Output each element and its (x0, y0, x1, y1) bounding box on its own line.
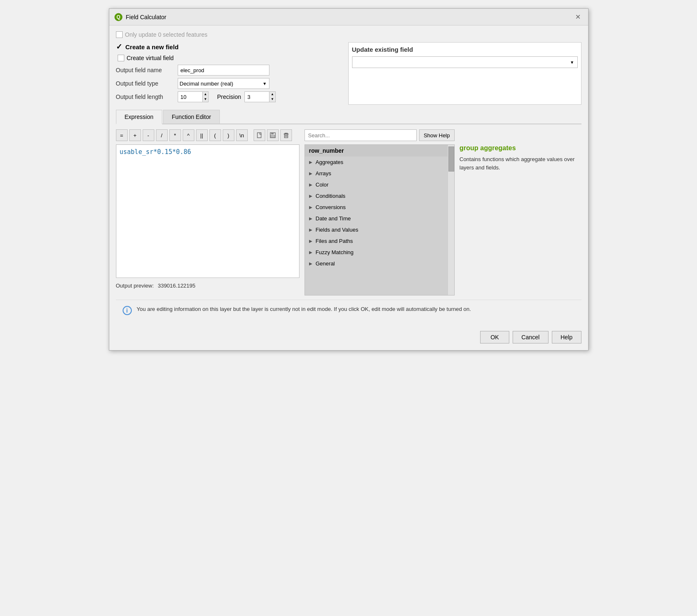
output-preview-label: Output preview: (116, 283, 154, 289)
help-button[interactable]: Help (552, 331, 581, 343)
field-calculator-dialog: Q Field Calculator ✕ Only update 0 selec… (109, 8, 589, 351)
function-item-label: General (316, 260, 335, 267)
tabs: Expression Function Editor (116, 110, 581, 124)
svg-rect-8 (285, 133, 287, 134)
arrow-icon: ▶ (309, 216, 312, 221)
output-field-type-wrapper: Decimal number (real) Integer Text (stri… (178, 78, 269, 89)
function-item-fields-and-values[interactable]: ▶ Fields and Values (305, 224, 448, 235)
left-col: ✓ Create a new field Create virtual fiel… (116, 42, 342, 105)
length-spinner-btns: ▲ ▼ (203, 91, 209, 102)
function-item-arrays[interactable]: ▶ Arrays (305, 168, 448, 179)
create-virtual-checkbox[interactable] (118, 55, 124, 61)
output-field-length-label: Output field length (116, 93, 174, 100)
create-new-field-label: Create a new field (126, 43, 179, 50)
file-save-btn[interactable] (267, 129, 279, 141)
function-list: row_number ▶ Aggregates ▶ Arrays ▶ Col (305, 145, 448, 295)
function-item-row-number[interactable]: row_number (305, 145, 448, 157)
op-divide[interactable]: / (156, 129, 168, 141)
two-col-section: ✓ Create a new field Create virtual fiel… (116, 42, 581, 105)
function-item-label: Aggregates (316, 159, 344, 165)
function-item-label: Color (316, 182, 329, 188)
op-multiply[interactable]: * (169, 129, 181, 141)
svg-text:Q: Q (116, 14, 120, 20)
svg-rect-2 (257, 133, 261, 138)
create-virtual-label: Create virtual field (127, 55, 174, 61)
file-delete-btn[interactable] (280, 129, 292, 141)
info-icon: i (123, 306, 132, 315)
length-precision-row: Output field length ▲ ▼ Precision ▲ (116, 91, 342, 102)
precision-input[interactable] (244, 91, 269, 102)
update-existing-select-wrapper (352, 56, 578, 68)
output-field-name-row: Output field name (116, 65, 342, 76)
title-bar: Q Field Calculator ✕ (109, 9, 588, 25)
help-description: Contains functions which aggregate value… (460, 155, 581, 172)
expression-editor-wrapper: usable_sr*0.15*0.86 (116, 144, 299, 279)
arrow-icon: ▶ (309, 160, 312, 164)
close-button[interactable]: ✕ (573, 12, 583, 22)
function-item-label: Date and Time (316, 215, 351, 222)
output-field-name-input[interactable] (178, 65, 269, 76)
search-input[interactable] (304, 129, 417, 141)
only-update-row: Only update 0 selected features (116, 31, 581, 38)
expression-editor[interactable]: usable_sr*0.15*0.86 (116, 144, 299, 278)
op-close-paren[interactable]: ) (223, 129, 234, 141)
checkmark-icon: ✓ (116, 42, 122, 51)
length-down-btn[interactable]: ▼ (203, 97, 209, 102)
length-input[interactable] (178, 91, 203, 102)
arrow-icon: ▶ (309, 194, 312, 198)
info-message: You are editing information on this laye… (137, 305, 471, 313)
function-item-date-and-time[interactable]: ▶ Date and Time (305, 213, 448, 224)
file-new-btn[interactable] (254, 129, 265, 141)
length-up-btn[interactable]: ▲ (203, 92, 209, 97)
op-plus[interactable]: + (129, 129, 141, 141)
precision-down-btn[interactable]: ▼ (269, 97, 275, 102)
title-bar-left: Q Field Calculator (114, 13, 166, 21)
op-equals[interactable]: = (116, 129, 128, 141)
precision-up-btn[interactable]: ▲ (269, 92, 275, 97)
function-item-aggregates[interactable]: ▶ Aggregates (305, 157, 448, 168)
update-existing-label: Update existing field (352, 46, 578, 53)
function-item-label: Files and Paths (316, 238, 353, 244)
output-field-type-select[interactable]: Decimal number (real) Integer Text (stri… (178, 78, 269, 89)
output-field-type-label: Output field type (116, 80, 174, 87)
function-item-general[interactable]: ▶ General (305, 258, 448, 269)
search-row: Show Help (304, 129, 455, 141)
op-caret[interactable]: ^ (183, 129, 194, 141)
op-open-paren[interactable]: ( (209, 129, 221, 141)
op-newline[interactable]: \n (236, 129, 248, 141)
svg-rect-5 (271, 135, 275, 137)
bottom-buttons: OK Cancel Help (109, 326, 588, 350)
tab-function-editor[interactable]: Function Editor (163, 110, 220, 124)
info-bar: i You are editing information on this la… (116, 300, 581, 320)
function-item-conditionals[interactable]: ▶ Conditionals (305, 190, 448, 202)
arrow-icon: ▶ (309, 239, 312, 243)
trash-icon (283, 132, 289, 138)
length-spinner: ▲ ▼ (178, 91, 209, 102)
update-existing-select[interactable] (352, 56, 578, 68)
function-item-label: Conversions (316, 204, 346, 210)
output-preview-value: 339016.122195 (158, 283, 195, 289)
right-col: Update existing field (348, 42, 581, 105)
function-item-files-and-paths[interactable]: ▶ Files and Paths (305, 235, 448, 247)
tab-expression[interactable]: Expression (116, 110, 162, 124)
only-update-checkbox[interactable] (116, 31, 123, 38)
function-item-color[interactable]: ▶ Color (305, 179, 448, 190)
create-virtual-row: Create virtual field (118, 55, 342, 61)
operator-toolbar: = + - / * ^ || ( ) \n (116, 129, 299, 141)
output-field-name-label: Output field name (116, 67, 174, 73)
function-item-conversions[interactable]: ▶ Conversions (305, 202, 448, 213)
op-concat[interactable]: || (196, 129, 208, 141)
ok-button[interactable]: OK (480, 331, 509, 343)
arrow-icon: ▶ (309, 227, 312, 232)
floppy-icon (270, 132, 276, 138)
function-list-scrollbar[interactable] (448, 145, 454, 295)
op-minus[interactable]: - (143, 129, 154, 141)
right-panel: group aggregates Contains functions whic… (460, 129, 581, 295)
function-item-label: Arrays (316, 170, 332, 177)
svg-rect-4 (271, 133, 274, 134)
only-update-label: Only update 0 selected features (125, 31, 208, 38)
show-help-button[interactable]: Show Help (419, 129, 455, 141)
function-item-fuzzy-matching[interactable]: ▶ Fuzzy Matching (305, 247, 448, 258)
function-item-label: row_number (309, 147, 344, 154)
cancel-button[interactable]: Cancel (513, 331, 549, 343)
